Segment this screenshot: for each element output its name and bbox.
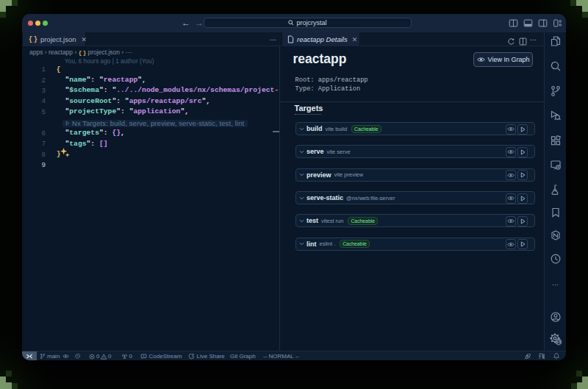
svg-text:1: 1 (557, 340, 560, 345)
